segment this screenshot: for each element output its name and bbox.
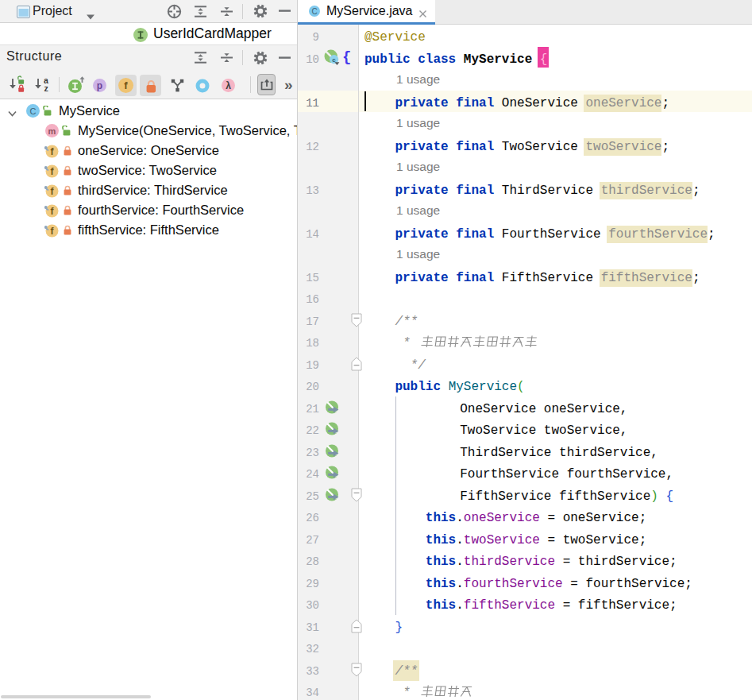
svg-text:m: m [48,126,56,136]
svg-text:f: f [124,79,128,91]
svg-text:C: C [311,7,317,16]
svg-text:z: z [44,83,48,93]
svg-text:p: p [96,80,102,91]
svg-text:c: c [332,56,336,63]
svg-text:λ: λ [226,80,231,91]
svg-text:C: C [30,106,37,116]
